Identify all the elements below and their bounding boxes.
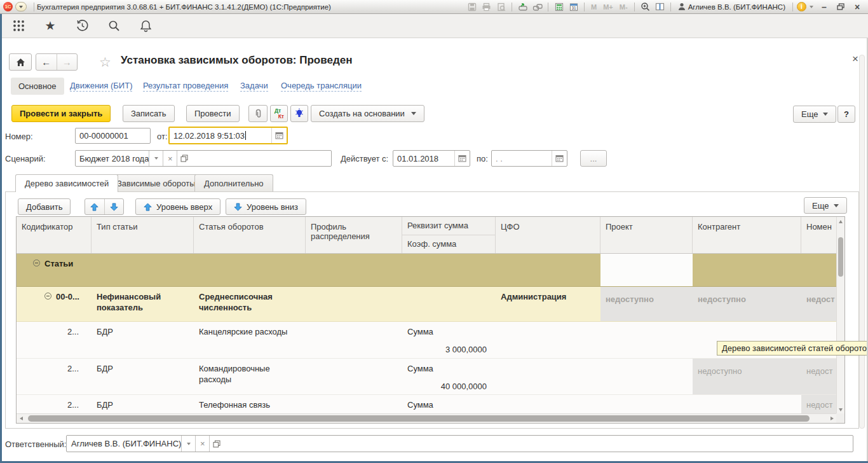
level-down-button[interactable]: Уровень вниз — [226, 198, 306, 215]
tab-dependency-tree[interactable]: Дерево зависимостей — [15, 174, 118, 192]
restore-button[interactable] — [833, 1, 848, 13]
menu-grid-icon[interactable] — [10, 18, 27, 34]
add-button[interactable]: Добавить — [18, 198, 71, 215]
save-icon[interactable] — [465, 1, 478, 12]
close-button[interactable]: × — [850, 1, 865, 13]
home-button[interactable] — [9, 53, 32, 71]
number-input[interactable]: 00-00000001 — [75, 128, 151, 144]
table-row-travel[interactable]: 2... БДР Командировочные расходы Сумма 4… — [17, 359, 844, 395]
back-button[interactable]: ← — [36, 54, 57, 70]
responsible-open-button[interactable] — [209, 436, 223, 452]
column-header-codifier[interactable]: Кодификатор — [17, 217, 92, 253]
memory-m-minus-button[interactable]: M- — [617, 3, 630, 11]
type-cell: БДР — [92, 395, 194, 415]
responsible-dropdown-button[interactable] — [181, 436, 195, 452]
column-header-project[interactable]: Проект — [600, 217, 693, 253]
link-translation-queue[interactable]: Очередь трансляции — [281, 81, 362, 92]
history-icon[interactable] — [74, 18, 90, 34]
print-icon[interactable] — [480, 1, 493, 12]
dtkt-button[interactable]: ДтКт — [270, 105, 288, 122]
app-toolbar: ★ — [0, 14, 868, 38]
table-row-indicator[interactable]: 00-0... Нефинансовый показатель Среднесп… — [17, 287, 844, 322]
info-icon[interactable]: i — [797, 2, 806, 11]
scroll-down-icon[interactable] — [839, 408, 843, 411]
move-down-button[interactable] — [105, 199, 124, 214]
valid-from-input[interactable]: 01.01.2018 — [393, 150, 470, 167]
scenario-open-button[interactable] — [177, 151, 191, 166]
table-row-phone[interactable]: 2... БДР Телефонная связь Сумма недост — [17, 395, 844, 415]
system-menu-button[interactable] — [15, 2, 27, 11]
scroll-right-icon[interactable] — [831, 417, 834, 420]
hint-button[interactable] — [290, 105, 308, 122]
scenario-dropdown-button[interactable] — [149, 151, 163, 166]
help-button[interactable]: ? — [837, 106, 855, 123]
zoom-icon[interactable] — [639, 1, 652, 12]
favorite-star-icon[interactable]: ☆ — [99, 55, 111, 69]
post-and-close-button[interactable]: Провести и закрыть — [11, 105, 111, 122]
add-link-icon[interactable] — [516, 1, 529, 12]
history-nav-group: ← → — [36, 53, 78, 71]
collapse-expander-icon[interactable] — [33, 259, 40, 266]
group-label: Статьи — [44, 258, 73, 269]
ellipsis-button[interactable]: ... — [580, 150, 607, 167]
write-button[interactable]: Записать — [123, 105, 175, 122]
column-header-turnover-article[interactable]: Статья оборотов — [194, 217, 306, 253]
column-header-amount-coefficient[interactable]: Коэф. сумма — [402, 235, 495, 253]
table-row-group[interactable]: Статьи — [17, 254, 844, 287]
create-based-on-button[interactable]: Создать на основании — [311, 105, 424, 122]
current-user[interactable]: Агличев В.В. (БИТ.ФИНАНС) — [675, 3, 789, 11]
column-header-contractor[interactable]: Контрагент — [693, 217, 801, 253]
tab-additional[interactable]: Дополнительно — [194, 174, 273, 191]
scrollbar-thumb[interactable] — [28, 415, 810, 422]
column-header-article-type[interactable]: Тип статьи — [92, 217, 194, 253]
column-header-cfo[interactable]: ЦФО — [496, 217, 600, 253]
calculator-icon[interactable] — [552, 1, 566, 12]
link-movements[interactable]: Движения (БИТ) — [70, 81, 132, 92]
memory-m-button[interactable]: M — [588, 3, 599, 11]
scenario-clear-button[interactable]: × — [163, 151, 177, 166]
get-link-icon[interactable] — [531, 1, 544, 12]
tab-main[interactable]: Основное — [11, 78, 64, 95]
more-button-top[interactable]: Еще — [793, 106, 836, 123]
print-preview-icon[interactable] — [494, 1, 508, 12]
calendar-icon[interactable]: 31 — [567, 1, 580, 12]
move-up-button[interactable] — [85, 199, 105, 214]
memory-m-plus-button[interactable]: M+ — [600, 3, 616, 11]
notifications-bell-icon[interactable] — [137, 18, 154, 34]
divider — [548, 3, 548, 11]
info-caret-button[interactable] — [808, 1, 815, 12]
scroll-left-icon[interactable] — [20, 417, 23, 420]
link-tasks[interactable]: Задачи — [240, 81, 268, 92]
collapse-expander-icon[interactable] — [44, 293, 51, 300]
table-vertical-scrollbar[interactable] — [836, 217, 844, 415]
form-scrollbar[interactable] — [859, 55, 865, 429]
tab-dependent-turnovers[interactable]: Зависимые обороты — [107, 174, 205, 191]
level-up-button[interactable]: Уровень вверх — [135, 198, 220, 215]
more-button-table[interactable]: Еще — [804, 197, 847, 214]
scenario-combo[interactable]: Бюджет 2018 года × — [75, 150, 332, 167]
valid-from-picker-button[interactable] — [454, 151, 470, 166]
column-header-amount-attribute[interactable]: Реквизит сумма — [402, 217, 495, 235]
post-button[interactable]: Провести — [186, 105, 240, 122]
scroll-up-icon[interactable] — [839, 220, 843, 223]
code-cell: 2... — [17, 322, 92, 358]
responsible-combo[interactable]: Агличев В.В. (БИТ.ФИНАНС) × — [66, 435, 853, 452]
open-icon — [180, 155, 188, 162]
favorites-star-icon[interactable]: ★ — [42, 18, 58, 34]
column-header-distribution-profile[interactable]: Профиль распределения — [306, 217, 402, 253]
scrollbar-thumb[interactable] — [838, 237, 843, 277]
table-horizontal-scrollbar[interactable] — [17, 413, 836, 423]
date-input[interactable]: 12.02.2018 9:51:03 — [168, 127, 288, 144]
valid-from-label: Действует с: — [341, 154, 388, 163]
link-posting-result[interactable]: Результат проведения — [143, 81, 228, 92]
attachments-button[interactable] — [248, 105, 268, 122]
search-icon[interactable] — [105, 18, 122, 34]
valid-to-input[interactable]: . . — [491, 150, 567, 167]
split-window-icon[interactable] — [653, 1, 667, 12]
responsible-clear-button[interactable]: × — [195, 436, 209, 452]
minimize-button[interactable]: – — [817, 1, 832, 13]
valid-to-picker-button[interactable] — [552, 151, 567, 166]
chevron-down-icon — [187, 443, 191, 445]
date-picker-button[interactable] — [271, 128, 287, 143]
forward-button[interactable]: → — [57, 54, 78, 70]
